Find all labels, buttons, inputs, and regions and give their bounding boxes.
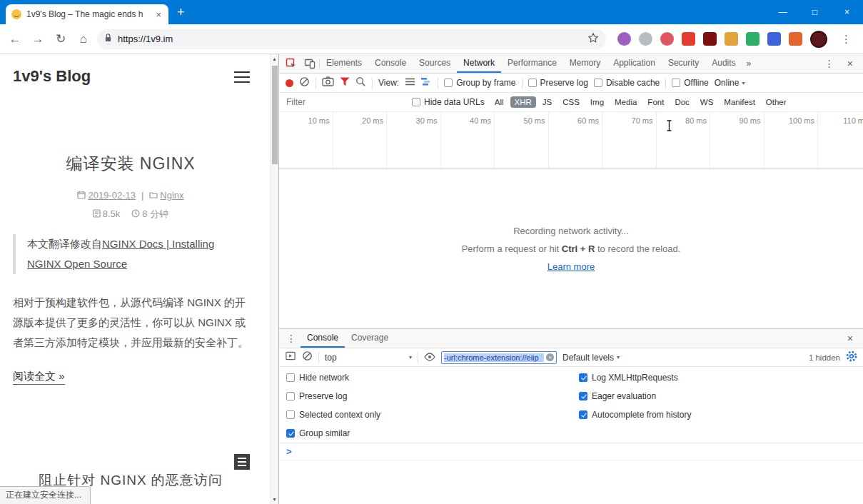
post-title[interactable]: 编译安装 NGINX (0, 153, 261, 175)
filter-funnel-icon[interactable] (340, 76, 350, 89)
preserve-log-checkbox[interactable]: Preserve log (528, 78, 588, 88)
filter-pill-img[interactable]: Img (586, 96, 608, 108)
filter-pill-ws[interactable]: WS (696, 96, 718, 108)
console-prompt[interactable]: > (279, 443, 863, 460)
padlock-icon[interactable] (104, 33, 112, 46)
extension-icon-2[interactable] (639, 32, 652, 46)
tab-sources[interactable]: Sources (413, 54, 457, 73)
home-icon[interactable]: ⌂ (74, 30, 93, 49)
tab-audits[interactable]: Audits (705, 54, 742, 73)
learn-more-link[interactable]: Learn more (547, 261, 595, 272)
read-more-link[interactable]: 阅读全文 » (13, 370, 65, 385)
checkbox[interactable] (286, 429, 295, 438)
overview-icon[interactable] (421, 76, 432, 89)
checkbox[interactable] (412, 98, 420, 106)
minimize-button[interactable]: — (767, 0, 799, 24)
tab-security[interactable]: Security (662, 54, 705, 73)
clear-filter-icon[interactable]: × (546, 353, 554, 361)
more-tabs-icon[interactable]: » (742, 59, 756, 69)
tab-memory[interactable]: Memory (563, 54, 607, 73)
extension-icon-9[interactable] (789, 32, 802, 46)
filter-pill-all[interactable]: All (490, 96, 508, 108)
extension-icon-5[interactable] (703, 32, 717, 46)
drawer-close-icon[interactable]: × (840, 333, 860, 344)
tab-console[interactable]: Console (368, 54, 413, 73)
browser-tab[interactable]: 1v9's Blog – The magic ends h × (6, 4, 168, 24)
device-toolbar-icon[interactable] (301, 55, 319, 72)
extension-icon-4[interactable] (682, 32, 695, 46)
clear-console-icon[interactable] (302, 351, 313, 364)
filter-pill-font[interactable]: Font (643, 96, 668, 108)
checkbox[interactable] (594, 79, 602, 87)
drawer-tab-coverage[interactable]: Coverage (345, 329, 395, 348)
checkbox[interactable] (444, 79, 453, 87)
checkbox[interactable] (579, 392, 587, 400)
throttling-dropdown[interactable]: Online ▾ (715, 78, 745, 88)
extension-icon-1[interactable] (617, 32, 631, 46)
post-category-link[interactable]: Nginx (160, 190, 183, 201)
context-selector[interactable]: top ▾ (325, 353, 412, 363)
scrollbar-down-icon[interactable]: ▼ (271, 497, 278, 502)
filter-pill-manifest[interactable]: Manifest (720, 96, 759, 108)
console-settings-gear-icon[interactable] (846, 351, 857, 365)
site-title[interactable]: 1v9's Blog (13, 67, 91, 86)
page-scrollbar[interactable]: ▲ ▼ (270, 54, 278, 504)
hide-network-setting[interactable]: Hide network (279, 368, 572, 387)
extension-icon-7[interactable] (746, 32, 759, 46)
checkbox[interactable] (579, 410, 587, 419)
large-rows-icon[interactable] (405, 76, 415, 89)
checkbox[interactable] (286, 410, 295, 419)
capture-screenshots-icon[interactable] (322, 76, 334, 89)
filter-pill-css[interactable]: CSS (558, 96, 584, 108)
search-icon[interactable] (355, 76, 366, 90)
offline-checkbox[interactable]: Offline (672, 78, 708, 88)
scrollbar-up-icon[interactable]: ▲ (271, 56, 278, 61)
filter-pill-js[interactable]: JS (538, 96, 556, 108)
console-filter-value[interactable]: -url:chrome-extension://eiip (444, 353, 544, 362)
new-tab-button[interactable]: + (177, 6, 185, 19)
address-bar[interactable]: https://1v9.im (97, 29, 606, 49)
checkbox[interactable] (286, 373, 295, 382)
extension-icon-8[interactable] (767, 32, 781, 46)
group-similar-setting[interactable]: Group similar (279, 424, 572, 443)
filter-pill-other[interactable]: Other (762, 96, 791, 108)
checkbox[interactable] (286, 392, 295, 400)
list-toggle-icon[interactable] (234, 454, 250, 470)
tab-application[interactable]: Application (607, 54, 662, 73)
record-button[interactable] (286, 79, 293, 87)
drawer-menu-icon[interactable]: ⋮ (282, 330, 301, 347)
group-by-frame-checkbox[interactable]: Group by frame (444, 78, 515, 88)
browser-menu-icon[interactable]: ⋮ (835, 33, 857, 46)
url-text[interactable]: https://1v9.im (118, 34, 582, 44)
drawer-tab-console[interactable]: Console (301, 329, 345, 348)
preserve-log-setting[interactable]: Preserve log (279, 387, 572, 405)
extension-icon-6[interactable] (725, 32, 738, 46)
extension-icon-3[interactable] (660, 32, 674, 46)
eager-evaluation-setting[interactable]: Eager evaluation (572, 387, 691, 405)
autocomplete-from-history-setting[interactable]: Autocomplete from history (572, 405, 691, 424)
bookmark-star-icon[interactable] (587, 32, 599, 46)
checkbox[interactable] (672, 79, 680, 87)
checkbox[interactable] (528, 79, 537, 87)
profile-avatar[interactable] (810, 31, 827, 48)
scrollbar-thumb[interactable] (272, 66, 278, 164)
devtools-menu-icon[interactable]: ⋮ (819, 58, 840, 69)
post-date-link[interactable]: 2019-02-13 (88, 190, 136, 201)
console-filter-input[interactable]: -url:chrome-extension://eiip × (441, 351, 557, 364)
tab-performance[interactable]: Performance (501, 54, 563, 73)
inspect-element-icon[interactable] (282, 55, 301, 72)
filter-pill-doc[interactable]: Doc (670, 96, 693, 108)
reload-icon[interactable]: ↻ (51, 30, 70, 49)
maximize-button[interactable]: □ (799, 0, 831, 24)
live-expression-eye-icon[interactable] (424, 351, 435, 364)
filter-pill-media[interactable]: Media (610, 96, 641, 108)
hide-data-urls-checkbox[interactable]: Hide data URLs (412, 97, 485, 107)
network-timeline[interactable]: 10 ms 20 ms 30 ms 40 ms 50 ms 60 ms 70 m… (279, 112, 863, 168)
log-xmlhttprequests-setting[interactable]: Log XMLHttpRequests (572, 368, 691, 387)
clear-icon[interactable] (299, 76, 310, 90)
tab-elements[interactable]: Elements (320, 54, 368, 73)
back-icon[interactable]: ← (6, 30, 24, 49)
checkbox[interactable] (579, 373, 587, 382)
close-button[interactable]: × (831, 0, 863, 24)
log-levels-dropdown[interactable]: Default levels ▾ (562, 353, 620, 363)
